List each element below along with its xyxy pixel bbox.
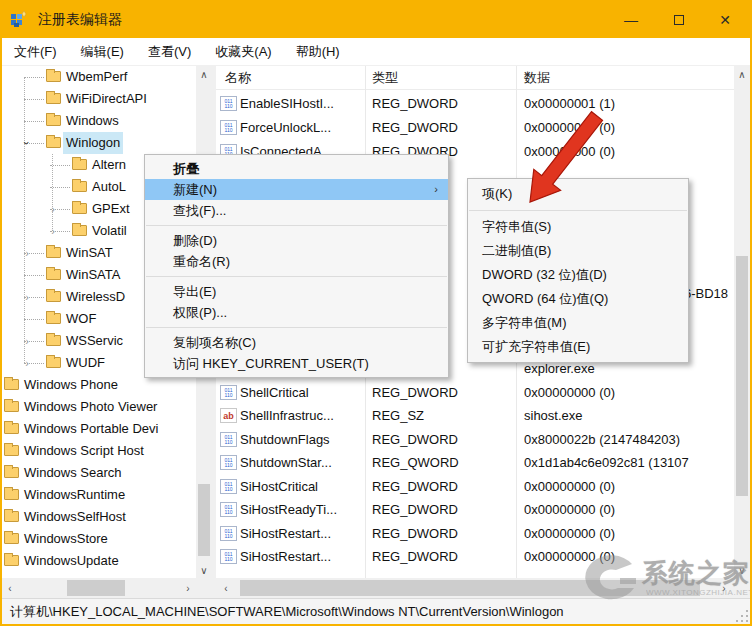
scrollbar-thumb[interactable]: [67, 580, 125, 596]
string-value-icon: ab: [220, 408, 237, 423]
tree-item-label[interactable]: WUDF: [63, 352, 108, 374]
chevron-down-icon[interactable]: ›: [16, 136, 38, 150]
chevron-right-icon[interactable]: ›: [20, 352, 34, 374]
table-row[interactable]: 011110SiHostRestart...REG_DWORD0x0000000…: [216, 545, 734, 569]
scroll-down-arrow[interactable]: ∨: [196, 562, 212, 578]
menu-item[interactable]: QWORD (64 位)值(Q): [468, 287, 688, 311]
column-header-data[interactable]: 数据: [524, 66, 550, 90]
menu-item[interactable]: 可扩充字符串值(E): [468, 335, 688, 359]
tree-item[interactable]: Windows: [2, 110, 196, 132]
tree-item[interactable]: ›Winlogon: [2, 132, 196, 154]
scroll-right-arrow[interactable]: ›: [180, 580, 196, 596]
table-row[interactable]: abShellInfrastruc...REG_SZsihost.exe: [216, 404, 734, 428]
menu-item[interactable]: 新建(N)›: [145, 179, 448, 200]
scrollbar-thumb[interactable]: [198, 484, 210, 556]
value-name: ShutdownFlags: [240, 428, 364, 452]
list-horizontal-scrollbar[interactable]: ‹ ›: [216, 578, 734, 598]
table-row[interactable]: 011110SiHostCriticalREG_DWORD0x00000000 …: [216, 475, 734, 499]
table-row[interactable]: 011110SiHostReadyTi...REG_DWORD0x0000000…: [216, 498, 734, 522]
tree-item-label[interactable]: Windows Search: [21, 462, 125, 484]
resize-grip[interactable]: [736, 610, 748, 622]
menu-item[interactable]: 复制项名称(C): [145, 332, 448, 353]
menubar-item-1[interactable]: 编辑(E): [69, 38, 136, 65]
scroll-up-arrow[interactable]: ∧: [734, 66, 750, 82]
table-row[interactable]: 011110ShellCriticalREG_DWORD0x00000000 (…: [216, 381, 734, 405]
tree-item-label[interactable]: WindowsUpdate: [21, 550, 122, 572]
menubar-item-2[interactable]: 查看(V): [136, 38, 203, 65]
tree-item-label[interactable]: WOF: [63, 308, 99, 330]
scroll-left-arrow[interactable]: ‹: [218, 580, 234, 596]
chevron-right-icon[interactable]: ›: [20, 242, 34, 264]
tree-item[interactable]: Windows Photo Viewer: [2, 396, 196, 418]
table-row[interactable]: 011110SiHostRestart...REG_DWORD0x0000000…: [216, 522, 734, 546]
menu-item[interactable]: DWORD (32 位)值(D): [468, 263, 688, 287]
tree-horizontal-scrollbar[interactable]: ‹ ›: [2, 578, 196, 598]
tree-item-label[interactable]: WirelessD: [63, 286, 128, 308]
menu-item[interactable]: 删除(D): [145, 230, 448, 251]
menu-item[interactable]: 二进制值(B): [468, 239, 688, 263]
tree-item-label[interactable]: Altern: [89, 154, 129, 176]
table-row[interactable]: 011110ShutdownFlagsREG_DWORD0x8000022b (…: [216, 428, 734, 452]
maximize-icon: [674, 15, 684, 25]
tree-item[interactable]: WiFiDirectAPI: [2, 88, 196, 110]
tree-item-label[interactable]: Windows: [63, 110, 122, 132]
tree-item[interactable]: WindowsStore: [2, 528, 196, 550]
menubar-item-0[interactable]: 文件(F): [2, 38, 69, 65]
table-row[interactable]: 011110EnableSIHostI...REG_DWORD0x0000000…: [216, 92, 734, 116]
close-button[interactable]: ✕: [702, 2, 748, 38]
tree-item[interactable]: WindowsRuntime: [2, 484, 196, 506]
menu-item[interactable]: 折叠: [145, 158, 448, 179]
chevron-right-icon[interactable]: ›: [20, 286, 34, 308]
tree-item-label[interactable]: Windows Script Host: [21, 440, 147, 462]
menu-item[interactable]: 导出(E): [145, 281, 448, 302]
tree-connector: [24, 121, 44, 122]
chevron-right-icon[interactable]: ›: [20, 330, 34, 352]
chevron-right-icon[interactable]: ›: [46, 220, 60, 242]
tree-item-label[interactable]: Windows Phone: [21, 374, 121, 396]
scroll-right-arrow[interactable]: ›: [716, 580, 732, 596]
menu-item[interactable]: 访问 HKEY_CURRENT_USER(T): [145, 353, 448, 374]
tree-item-label[interactable]: WbemPerf: [63, 66, 130, 88]
tree-item-label[interactable]: WindowsStore: [21, 528, 111, 550]
minimize-button[interactable]: —: [608, 2, 654, 38]
list-vertical-scrollbar[interactable]: ∧ ∨: [734, 66, 750, 578]
scrollbar-thumb[interactable]: [240, 580, 700, 596]
tree-item-label[interactable]: GPExt: [89, 198, 133, 220]
tree-item[interactable]: WindowsSelfHost: [2, 506, 196, 528]
tree-item-label[interactable]: WiFiDirectAPI: [63, 88, 150, 110]
table-row[interactable]: 011110ShutdownStar...REG_QWORD0x1d1ab4c6…: [216, 451, 734, 475]
tree-item-label[interactable]: Volatil: [89, 220, 130, 242]
menu-item[interactable]: 查找(F)...: [145, 200, 448, 221]
tree-item-label[interactable]: WindowsRuntime: [21, 484, 128, 506]
folder-icon: [46, 71, 61, 82]
tree-connector: [24, 319, 44, 320]
scrollbar-thumb[interactable]: [736, 256, 748, 496]
menu-item[interactable]: 权限(P)...: [145, 302, 448, 323]
tree-item-label[interactable]: Winlogon: [63, 132, 123, 154]
menubar-item-4[interactable]: 帮助(H): [284, 38, 352, 65]
tree-item[interactable]: Windows Portable Devi: [2, 418, 196, 440]
chevron-right-icon[interactable]: ›: [46, 198, 60, 220]
scroll-up-arrow[interactable]: ∧: [196, 66, 212, 82]
menubar-item-3[interactable]: 收藏夹(A): [203, 38, 283, 65]
scroll-down-arrow[interactable]: ∨: [734, 562, 750, 578]
menu-item[interactable]: 多字符串值(M): [468, 311, 688, 335]
tree-item[interactable]: Windows Search: [2, 462, 196, 484]
tree-item[interactable]: Windows Script Host: [2, 440, 196, 462]
tree-item-label[interactable]: Windows Photo Viewer: [21, 396, 160, 418]
tree-item-label[interactable]: Windows Portable Devi: [21, 418, 161, 440]
tree-item[interactable]: WindowsUpdate: [2, 550, 196, 572]
tree-item-label[interactable]: WinSAT: [63, 242, 116, 264]
menu-item[interactable]: 重命名(R): [145, 251, 448, 272]
table-row[interactable]: 011110ForceUnlockL...REG_DWORD0x00000000…: [216, 116, 734, 140]
column-header-type[interactable]: 类型: [372, 66, 398, 90]
maximize-button[interactable]: [656, 2, 702, 38]
tree-item-label[interactable]: AutoL: [89, 176, 129, 198]
scroll-left-arrow[interactable]: ‹: [2, 580, 18, 596]
tree-item-label[interactable]: WinSATA: [63, 264, 123, 286]
tree-item[interactable]: WbemPerf: [2, 66, 196, 88]
menu-item[interactable]: 字符串值(S): [468, 215, 688, 239]
column-header-name[interactable]: 名称: [225, 66, 251, 90]
tree-item-label[interactable]: WSServic: [63, 330, 126, 352]
tree-item-label[interactable]: WindowsSelfHost: [21, 506, 129, 528]
